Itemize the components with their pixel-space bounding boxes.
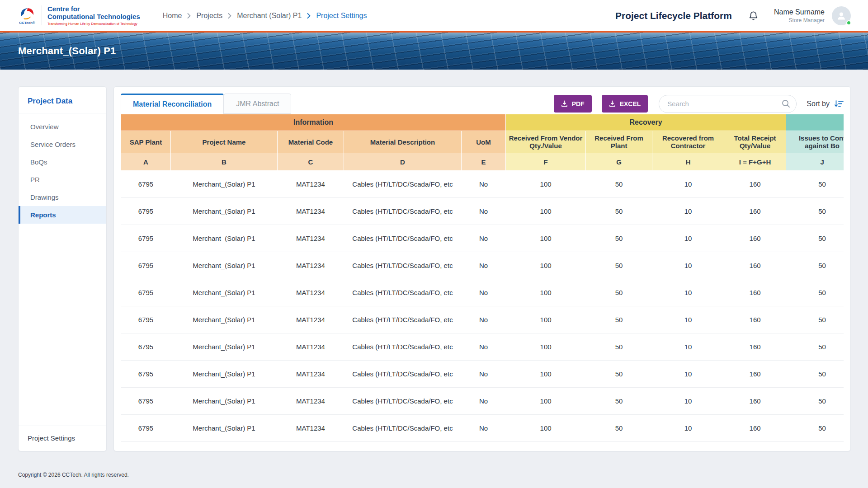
table-group-row: InformationRecovery <box>121 114 844 131</box>
search-input[interactable] <box>659 95 797 113</box>
reports-panel: Material Reconciliation JMR Abstract PDF… <box>113 86 851 451</box>
table-cell: 160 <box>724 198 786 225</box>
table-cell: MAT1234 <box>278 361 344 388</box>
brand-name-line1: Centre for <box>47 5 140 13</box>
table-cell: MAT1234 <box>278 388 344 415</box>
table-cell: No <box>462 306 506 333</box>
table-cell: No <box>462 388 506 415</box>
brand-text: Centre for Computational Technologies Tr… <box>47 5 140 26</box>
excel-button-label: EXCEL <box>620 100 641 108</box>
table-cell: 50 <box>586 415 652 442</box>
table-cell: 6795 <box>121 279 171 306</box>
table-cell: 100 <box>506 361 586 388</box>
sort-descending-icon <box>834 99 844 108</box>
column-letter: G <box>586 153 652 171</box>
table-cell: Merchant_(Solar) P1 <box>171 415 278 442</box>
table-cell: MAT1234 <box>278 171 344 198</box>
table-cell: 50 <box>586 225 652 252</box>
sidebar-item-boqs[interactable]: BoQs <box>19 153 106 171</box>
column-letter: E <box>462 153 506 171</box>
sidebar-item-drawings[interactable]: Drawings <box>19 188 106 206</box>
cctech-logo-icon: CCTech® <box>18 6 36 25</box>
online-status-dot <box>846 20 851 25</box>
breadcrumb-project[interactable]: Merchant (Solar) P1 <box>237 12 302 20</box>
table-row: 6795Merchant_(Solar) P1MAT1234Cables (HT… <box>121 252 844 279</box>
content-layout: Project Data Overview Service Orders BoQ… <box>0 70 868 451</box>
table-cell: 50 <box>786 361 844 388</box>
notifications-bell-icon[interactable] <box>748 10 759 21</box>
table-row: 6795Merchant_(Solar) P1MAT1234Cables (HT… <box>121 306 844 333</box>
sidebar-item-project-settings[interactable]: Project Settings <box>19 426 106 451</box>
table-cell: Merchant_(Solar) P1 <box>171 198 278 225</box>
platform-title: Project Lifecycle Platform <box>615 10 732 21</box>
table-cell: 50 <box>586 279 652 306</box>
table-cell: MAT1234 <box>278 306 344 333</box>
table-cell: 50 <box>786 306 844 333</box>
table-cell: 100 <box>506 279 586 306</box>
sort-control[interactable]: Sort by <box>807 99 844 108</box>
column-header: SAP Plant <box>121 131 171 153</box>
table-cell: 100 <box>506 333 586 361</box>
table-row: 6795Merchant_(Solar) P1MAT1234Cables (HT… <box>121 225 844 252</box>
table-cell: 10 <box>652 306 724 333</box>
table-cell: 50 <box>786 333 844 361</box>
column-group-header <box>786 114 844 131</box>
table-cell: 100 <box>506 225 586 252</box>
table-cell: Merchant_(Solar) P1 <box>171 279 278 306</box>
table-cell: 10 <box>652 361 724 388</box>
table-cell: 6795 <box>121 361 171 388</box>
breadcrumb-home[interactable]: Home <box>163 12 182 20</box>
table-cell: 10 <box>652 333 724 361</box>
table-cell: Cables (HT/LT/DC/Scada/FO, etc <box>344 388 462 415</box>
table-cell: Merchant_(Solar) P1 <box>171 306 278 333</box>
table-cell: Cables (HT/LT/DC/Scada/FO, etc <box>344 279 462 306</box>
column-header: Project Name <box>171 131 278 153</box>
column-header: Material Description <box>344 131 462 153</box>
table-cell: No <box>462 225 506 252</box>
sidebar-item-overview[interactable]: Overview <box>19 118 106 136</box>
sidebar-item-pr[interactable]: PR <box>19 171 106 188</box>
table-colname-row: SAP PlantProject NameMaterial CodeMateri… <box>121 131 844 153</box>
table-cell: Cables (HT/LT/DC/Scada/FO, etc <box>344 333 462 361</box>
tab-jmr-abstract[interactable]: JMR Abstract <box>224 94 291 114</box>
table-cell: 50 <box>786 252 844 279</box>
table-cell: 6795 <box>121 388 171 415</box>
column-group-header: Information <box>121 114 506 131</box>
table-row: 6795Merchant_(Solar) P1MAT1234Cables (HT… <box>121 171 844 198</box>
table-cell: 10 <box>652 279 724 306</box>
chevron-right-icon <box>187 13 191 19</box>
download-pdf-button[interactable]: PDF <box>554 95 592 113</box>
table-cell: 100 <box>506 306 586 333</box>
chevron-right-icon <box>228 13 231 19</box>
table-row: 6795Merchant_(Solar) P1MAT1234Cables (HT… <box>121 415 844 442</box>
table-cell: No <box>462 279 506 306</box>
table-cell: 50 <box>586 306 652 333</box>
table-cell: Cables (HT/LT/DC/Scada/FO, etc <box>344 306 462 333</box>
top-bar: CCTech® Centre for Computational Technol… <box>0 0 868 33</box>
table-cell: No <box>462 415 506 442</box>
column-letter: H <box>652 153 724 171</box>
table-cell: 10 <box>652 171 724 198</box>
tab-material-reconciliation[interactable]: Material Reconciliation <box>121 94 224 114</box>
download-excel-button[interactable]: EXCEL <box>602 95 648 113</box>
sidebar-item-service-orders[interactable]: Service Orders <box>19 136 106 153</box>
table-cell: 160 <box>724 333 786 361</box>
reconciliation-table-container: InformationRecovery SAP PlantProject Nam… <box>121 114 844 442</box>
table-cell: 160 <box>724 171 786 198</box>
table-cell: 10 <box>652 252 724 279</box>
table-cell: 100 <box>506 198 586 225</box>
column-letter: D <box>344 153 462 171</box>
brand: CCTech® Centre for Computational Technol… <box>18 5 140 26</box>
table-cell: 160 <box>724 252 786 279</box>
breadcrumb-projects[interactable]: Projects <box>196 12 222 20</box>
sidebar-item-reports[interactable]: Reports <box>19 206 106 224</box>
table-cell: MAT1234 <box>278 279 344 306</box>
table-cell: MAT1234 <box>278 333 344 361</box>
table-cell: MAT1234 <box>278 252 344 279</box>
table-cell: Cables (HT/LT/DC/Scada/FO, etc <box>344 198 462 225</box>
table-cell: 50 <box>786 388 844 415</box>
user-avatar[interactable] <box>832 6 851 25</box>
table-cell: 10 <box>652 388 724 415</box>
user-name: Name Surname <box>774 8 825 16</box>
table-cell: 50 <box>786 171 844 198</box>
